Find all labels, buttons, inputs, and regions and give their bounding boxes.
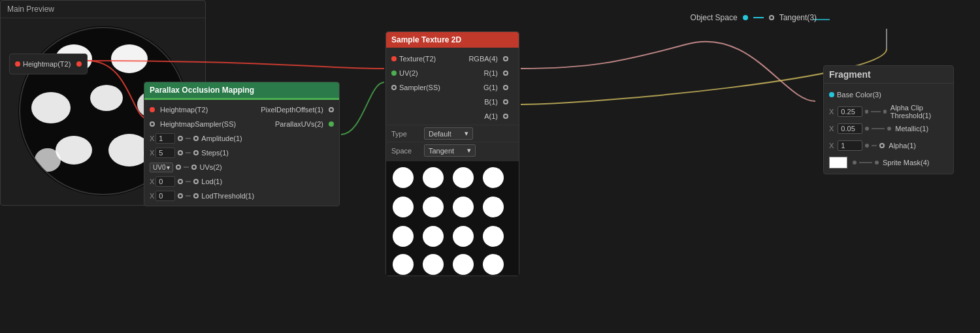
st-rgba-row: RGBA(4): [463, 52, 514, 66]
parallax-node: Parallax Occlusion Mapping Heightmap(T2)…: [144, 82, 340, 206]
st-texture-row: Texture(T2): [386, 52, 450, 66]
svg-point-12: [453, 226, 474, 247]
fragment-metallic-row: X Metallic(1): [824, 120, 953, 137]
parallax-sampler-port[interactable]: [150, 121, 155, 127]
metallic-label: Metallic(1): [895, 125, 928, 133]
st-a-port[interactable]: [503, 114, 508, 119]
uvs-param-label: UVs(2): [199, 163, 221, 171]
fragment-basecolor-port[interactable]: [829, 92, 834, 97]
lodthreshold-right-port[interactable]: [193, 193, 199, 198]
st-texture-port[interactable]: [391, 56, 397, 61]
svg-point-14: [393, 254, 414, 275]
amplitude-right-port[interactable]: [193, 136, 199, 141]
alpha-dot: [865, 144, 869, 148]
parallax-heightmap-port[interactable]: [150, 107, 155, 112]
parallax-sampler-label: HeightmapSampler(SS): [160, 120, 236, 128]
heightmap-output-port[interactable]: [15, 61, 20, 67]
svg-point-6: [393, 197, 414, 217]
object-space-connector: [753, 17, 764, 18]
st-g-row: G(1): [478, 80, 514, 95]
steps-label: Steps(1): [201, 149, 229, 157]
lodthreshold-input[interactable]: [155, 191, 175, 201]
lodthreshold-port[interactable]: [178, 193, 183, 198]
metallic-dot: [865, 127, 869, 131]
main-preview-title: Main Preview: [7, 5, 54, 14]
fragment-title: Fragment: [829, 69, 871, 80]
amplitude-port[interactable]: [178, 136, 183, 141]
uv0-dropdown[interactable]: UV0 ▾: [150, 163, 173, 172]
svg-point-22: [111, 44, 148, 73]
svg-point-2: [393, 167, 414, 188]
alpha-port[interactable]: [879, 143, 885, 148]
object-space-label: Object Space: [691, 13, 738, 22]
st-sampler-port[interactable]: [391, 85, 397, 90]
st-space-dropdown[interactable]: Tangent ▾: [424, 144, 476, 157]
st-rgba-label: RGBA(4): [468, 55, 498, 63]
lod-label: Lod(1): [201, 178, 222, 185]
st-space-label: Space: [391, 147, 424, 155]
steps-right-port[interactable]: [193, 150, 199, 155]
st-g-port[interactable]: [503, 85, 508, 90]
parallax-lodthreshold-row: X LodThreshold(1): [144, 189, 339, 203]
svg-point-13: [483, 226, 504, 247]
st-uv-port[interactable]: [391, 71, 397, 76]
tangent-label: Tangent(3): [779, 13, 817, 22]
heightmap-right-port[interactable]: [76, 61, 82, 67]
parallax-title: Parallax Occlusion Mapping: [150, 86, 254, 95]
parallax-heightmap-label: Heightmap(T2): [160, 106, 208, 114]
svg-point-15: [423, 254, 444, 275]
svg-point-8: [453, 197, 474, 217]
parallax-uvs-port[interactable]: [329, 121, 334, 127]
parallax-header: Parallax Occlusion Mapping: [144, 82, 339, 98]
st-sampler-row: Sampler(SS): [386, 80, 450, 95]
st-uv-label: UV(2): [399, 69, 418, 77]
lod-port[interactable]: [178, 179, 183, 184]
st-space-value: Tangent: [429, 147, 454, 155]
parallax-uvs-label: ParallaxUVs(2): [275, 120, 323, 128]
uvs-param-port[interactable]: [176, 165, 181, 170]
svg-point-17: [483, 254, 504, 275]
parallax-pixeldepth-port[interactable]: [329, 107, 334, 112]
fragment-spritemask-row: Sprite Mask(4): [824, 154, 953, 171]
st-type-dropdown[interactable]: Default ▾: [424, 127, 473, 140]
svg-point-9: [483, 197, 504, 217]
st-type-label: Type: [391, 130, 424, 138]
fragment-alphaclip-row: X Alpha Clip Threshold(1): [824, 103, 953, 120]
st-space-row: Space Tangent ▾: [386, 142, 519, 159]
sample-texture-title: Sample Texture 2D: [391, 35, 461, 44]
spritemask-label: Sprite Mask(4): [883, 159, 930, 166]
metallic-dot2: [887, 127, 891, 131]
spritemask-dot2: [875, 161, 879, 165]
svg-point-26: [56, 136, 92, 165]
parallax-heightmap-row: Heightmap(T2) PixelDepthOffset(1): [144, 103, 339, 117]
spritemask-color[interactable]: [829, 157, 847, 168]
object-space-port[interactable]: [743, 15, 748, 20]
st-r-label: R(1): [484, 69, 498, 77]
object-space-node: Object Space Tangent(3): [691, 13, 817, 22]
metallic-input[interactable]: [838, 123, 862, 134]
lod-input[interactable]: [155, 176, 175, 187]
st-r-port[interactable]: [503, 71, 508, 76]
svg-point-10: [393, 226, 414, 247]
uvs-param-right-port[interactable]: [191, 165, 197, 170]
st-rgba-port[interactable]: [503, 56, 508, 61]
lod-right-port[interactable]: [193, 179, 199, 184]
steps-input[interactable]: [155, 148, 175, 158]
st-uv-row: UV(2): [386, 66, 450, 80]
amplitude-label: Amplitude(1): [201, 135, 242, 142]
parallax-lod-row: X Lod(1): [144, 174, 339, 189]
steps-port[interactable]: [178, 150, 183, 155]
parallax-amplitude-row: X Amplitude(1): [144, 131, 339, 146]
fragment-basecolor-row: Base Color(3): [824, 86, 953, 103]
fragment-alpha-row: X Alpha(1): [824, 137, 953, 154]
st-texture-label: Texture(T2): [399, 55, 436, 63]
amplitude-input[interactable]: [155, 133, 175, 144]
alpha-label: Alpha(1): [889, 142, 916, 150]
main-preview-header: Main Preview: [1, 1, 205, 18]
st-b-port[interactable]: [503, 99, 508, 104]
alpha-input[interactable]: [838, 140, 862, 151]
st-type-value: Default: [429, 130, 451, 138]
alphaclip-input[interactable]: [838, 106, 862, 117]
tangent-left-port[interactable]: [769, 15, 774, 20]
st-b-row: B(1): [479, 95, 514, 109]
